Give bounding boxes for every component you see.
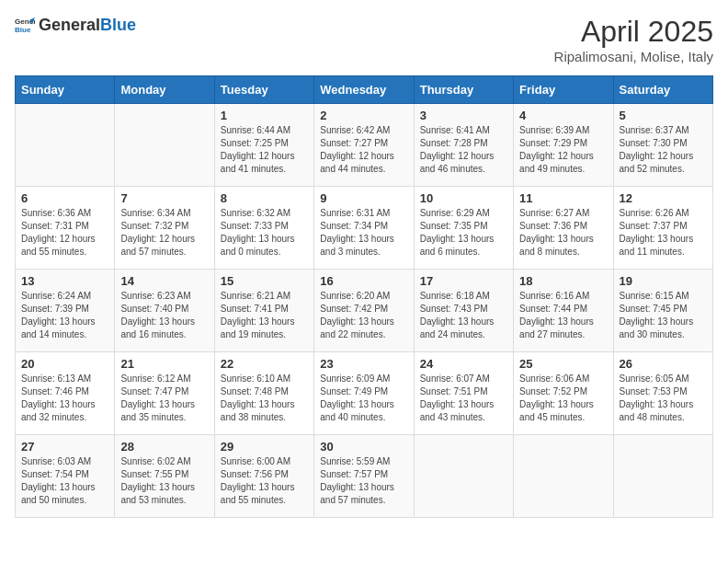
day-number: 30 xyxy=(320,440,407,454)
day-number: 15 xyxy=(221,274,308,288)
days-header-row: SundayMondayTuesdayWednesdayThursdayFrid… xyxy=(16,76,713,104)
cell-info: Sunrise: 6:41 AMSunset: 7:28 PMDaylight:… xyxy=(420,125,495,174)
day-cell: 16Sunrise: 6:20 AMSunset: 7:42 PMDayligh… xyxy=(314,270,414,352)
cell-info: Sunrise: 6:34 AMSunset: 7:32 PMDaylight:… xyxy=(120,208,195,257)
day-cell: 29Sunrise: 6:00 AMSunset: 7:56 PMDayligh… xyxy=(214,435,313,518)
cell-info: Sunrise: 6:16 AMSunset: 7:44 PMDaylight:… xyxy=(519,291,594,339)
logo: General Blue GeneralBlue xyxy=(15,15,136,35)
day-cell xyxy=(414,435,513,518)
cell-info: Sunrise: 6:31 AMSunset: 7:34 PMDaylight:… xyxy=(320,208,394,257)
day-number: 26 xyxy=(620,357,707,371)
day-cell: 24Sunrise: 6:07 AMSunset: 7:51 PMDayligh… xyxy=(414,352,513,435)
day-number: 22 xyxy=(221,357,308,371)
cell-info: Sunrise: 5:59 AMSunset: 7:57 PMDaylight:… xyxy=(320,456,394,505)
cell-info: Sunrise: 6:05 AMSunset: 7:53 PMDaylight:… xyxy=(620,373,694,422)
day-header-friday: Friday xyxy=(514,76,613,104)
day-header-tuesday: Tuesday xyxy=(214,76,313,104)
cell-info: Sunrise: 6:29 AMSunset: 7:35 PMDaylight:… xyxy=(420,208,495,257)
day-header-monday: Monday xyxy=(115,76,214,104)
day-cell: 18Sunrise: 6:16 AMSunset: 7:44 PMDayligh… xyxy=(514,270,613,352)
day-number: 1 xyxy=(221,109,308,122)
day-cell: 4Sunrise: 6:39 AMSunset: 7:29 PMDaylight… xyxy=(514,104,613,187)
day-number: 7 xyxy=(120,191,208,205)
cell-info: Sunrise: 6:03 AMSunset: 7:54 PMDaylight:… xyxy=(21,456,96,505)
day-number: 17 xyxy=(420,274,507,288)
cell-info: Sunrise: 6:39 AMSunset: 7:29 PMDaylight:… xyxy=(519,125,594,174)
day-header-thursday: Thursday xyxy=(414,76,513,104)
cell-info: Sunrise: 6:10 AMSunset: 7:48 PMDaylight:… xyxy=(221,373,295,422)
day-cell: 5Sunrise: 6:37 AMSunset: 7:30 PMDaylight… xyxy=(613,104,712,187)
day-cell: 2Sunrise: 6:42 AMSunset: 7:27 PMDaylight… xyxy=(314,104,414,187)
day-number: 2 xyxy=(320,109,407,122)
calendar-body: 1Sunrise: 6:44 AMSunset: 7:25 PMDaylight… xyxy=(16,104,713,518)
day-number: 8 xyxy=(221,191,308,205)
cell-info: Sunrise: 6:37 AMSunset: 7:30 PMDaylight:… xyxy=(620,125,694,174)
day-cell: 26Sunrise: 6:05 AMSunset: 7:53 PMDayligh… xyxy=(613,352,712,435)
day-header-sunday: Sunday xyxy=(16,76,115,104)
cell-info: Sunrise: 6:06 AMSunset: 7:52 PMDaylight:… xyxy=(519,373,594,422)
day-cell: 11Sunrise: 6:27 AMSunset: 7:36 PMDayligh… xyxy=(514,187,613,270)
day-cell: 13Sunrise: 6:24 AMSunset: 7:39 PMDayligh… xyxy=(16,270,115,352)
week-row-2: 6Sunrise: 6:36 AMSunset: 7:31 PMDaylight… xyxy=(16,187,713,270)
week-row-1: 1Sunrise: 6:44 AMSunset: 7:25 PMDaylight… xyxy=(16,104,713,187)
day-number: 16 xyxy=(320,274,407,288)
day-cell: 15Sunrise: 6:21 AMSunset: 7:41 PMDayligh… xyxy=(214,270,313,352)
calendar-table: SundayMondayTuesdayWednesdayThursdayFrid… xyxy=(15,75,713,518)
day-number: 12 xyxy=(620,191,707,205)
cell-info: Sunrise: 6:20 AMSunset: 7:42 PMDaylight:… xyxy=(320,291,394,339)
day-cell: 21Sunrise: 6:12 AMSunset: 7:47 PMDayligh… xyxy=(115,352,214,435)
cell-info: Sunrise: 6:02 AMSunset: 7:55 PMDaylight:… xyxy=(120,456,195,505)
day-cell xyxy=(613,435,712,518)
day-number: 10 xyxy=(420,191,507,205)
day-cell: 1Sunrise: 6:44 AMSunset: 7:25 PMDaylight… xyxy=(214,104,313,187)
cell-info: Sunrise: 6:00 AMSunset: 7:56 PMDaylight:… xyxy=(221,456,295,505)
day-cell: 22Sunrise: 6:10 AMSunset: 7:48 PMDayligh… xyxy=(214,352,313,435)
day-cell: 25Sunrise: 6:06 AMSunset: 7:52 PMDayligh… xyxy=(514,352,613,435)
day-number: 29 xyxy=(221,440,308,454)
day-cell: 14Sunrise: 6:23 AMSunset: 7:40 PMDayligh… xyxy=(115,270,214,352)
day-cell xyxy=(16,104,115,187)
day-cell: 17Sunrise: 6:18 AMSunset: 7:43 PMDayligh… xyxy=(414,270,513,352)
day-number: 18 xyxy=(519,274,607,288)
day-number: 28 xyxy=(120,440,208,454)
day-number: 4 xyxy=(519,109,607,122)
day-number: 6 xyxy=(21,191,108,205)
cell-info: Sunrise: 6:15 AMSunset: 7:45 PMDaylight:… xyxy=(620,291,694,339)
day-cell: 10Sunrise: 6:29 AMSunset: 7:35 PMDayligh… xyxy=(414,187,513,270)
day-cell: 23Sunrise: 6:09 AMSunset: 7:49 PMDayligh… xyxy=(314,352,414,435)
cell-info: Sunrise: 6:42 AMSunset: 7:27 PMDaylight:… xyxy=(320,125,394,174)
calendar-title: April 2025 xyxy=(554,15,713,49)
day-number: 23 xyxy=(320,357,407,371)
day-number: 13 xyxy=(21,274,108,288)
day-cell: 7Sunrise: 6:34 AMSunset: 7:32 PMDaylight… xyxy=(115,187,214,270)
day-cell: 19Sunrise: 6:15 AMSunset: 7:45 PMDayligh… xyxy=(613,270,712,352)
day-number: 20 xyxy=(21,357,108,371)
day-number: 11 xyxy=(519,191,607,205)
header: General Blue GeneralBlue April 2025 Ripa… xyxy=(15,15,713,64)
day-cell xyxy=(115,104,214,187)
day-header-wednesday: Wednesday xyxy=(314,76,414,104)
week-row-3: 13Sunrise: 6:24 AMSunset: 7:39 PMDayligh… xyxy=(16,270,713,352)
day-cell: 9Sunrise: 6:31 AMSunset: 7:34 PMDaylight… xyxy=(314,187,414,270)
cell-info: Sunrise: 6:27 AMSunset: 7:36 PMDaylight:… xyxy=(519,208,594,257)
cell-info: Sunrise: 6:32 AMSunset: 7:33 PMDaylight:… xyxy=(221,208,295,257)
week-row-5: 27Sunrise: 6:03 AMSunset: 7:54 PMDayligh… xyxy=(16,435,713,518)
cell-info: Sunrise: 6:13 AMSunset: 7:46 PMDaylight:… xyxy=(21,373,96,422)
day-number: 9 xyxy=(320,191,407,205)
day-number: 24 xyxy=(420,357,507,371)
week-row-4: 20Sunrise: 6:13 AMSunset: 7:46 PMDayligh… xyxy=(16,352,713,435)
title-area: April 2025 Ripalimosani, Molise, Italy xyxy=(554,15,713,64)
cell-info: Sunrise: 6:09 AMSunset: 7:49 PMDaylight:… xyxy=(320,373,394,422)
day-cell: 6Sunrise: 6:36 AMSunset: 7:31 PMDaylight… xyxy=(16,187,115,270)
day-cell: 8Sunrise: 6:32 AMSunset: 7:33 PMDaylight… xyxy=(214,187,313,270)
day-number: 19 xyxy=(620,274,707,288)
cell-info: Sunrise: 6:24 AMSunset: 7:39 PMDaylight:… xyxy=(21,291,96,339)
day-cell: 3Sunrise: 6:41 AMSunset: 7:28 PMDaylight… xyxy=(414,104,513,187)
day-header-saturday: Saturday xyxy=(613,76,712,104)
cell-info: Sunrise: 6:12 AMSunset: 7:47 PMDaylight:… xyxy=(120,373,195,422)
day-number: 14 xyxy=(120,274,208,288)
day-number: 21 xyxy=(120,357,208,371)
cell-info: Sunrise: 6:21 AMSunset: 7:41 PMDaylight:… xyxy=(221,291,295,339)
day-cell xyxy=(514,435,613,518)
cell-info: Sunrise: 6:07 AMSunset: 7:51 PMDaylight:… xyxy=(420,373,495,422)
